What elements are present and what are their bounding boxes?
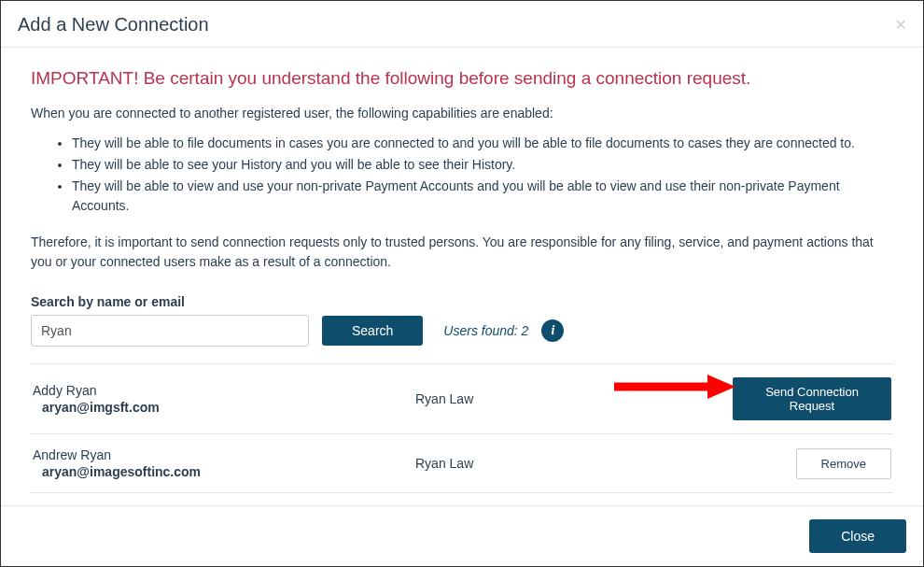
result-email: aryan@imagesoftinc.com	[42, 464, 415, 479]
result-row: Andrew Ryan aryan@imagesoftinc.com Ryan …	[31, 434, 893, 493]
result-user-col: Addy Ryan aryan@imgsft.com	[33, 383, 415, 415]
modal-title: Add a New Connection	[18, 14, 209, 35]
result-org: Ryan Law	[415, 456, 733, 471]
search-label: Search by name or email	[31, 294, 893, 309]
capabilities-list: They will be able to file documents in c…	[31, 134, 893, 216]
result-email: aryan@imgsft.com	[42, 400, 415, 415]
search-section: Search by name or email Search Users fou…	[31, 294, 893, 493]
result-org: Ryan Law	[415, 391, 733, 406]
add-connection-modal: Add a New Connection × IMPORTANT! Be cer…	[0, 0, 924, 567]
results-list: Addy Ryan aryan@imgsft.com Ryan Law Send…	[31, 363, 893, 493]
users-found-text: Users found: 2	[443, 323, 528, 338]
search-row: Search Users found: 2 i	[31, 315, 893, 347]
result-name: Andrew Ryan	[33, 447, 415, 462]
result-user-col: Andrew Ryan aryan@imagesoftinc.com	[33, 447, 415, 479]
result-name: Addy Ryan	[33, 383, 415, 398]
result-action-col: Send Connection Request	[733, 377, 891, 420]
result-action-col: Remove	[733, 448, 891, 479]
search-input[interactable]	[31, 315, 309, 347]
close-button[interactable]: Close	[809, 519, 906, 553]
result-row: Addy Ryan aryan@imgsft.com Ryan Law Send…	[31, 364, 893, 434]
modal-footer: Close	[1, 505, 923, 566]
remove-button[interactable]: Remove	[796, 448, 891, 479]
modal-body: IMPORTANT! Be certain you understand the…	[1, 48, 923, 505]
info-icon[interactable]: i	[541, 319, 564, 342]
search-button[interactable]: Search	[322, 316, 423, 346]
capability-item: They will be able to view and use your n…	[72, 177, 893, 216]
capability-item: They will be able to see your History an…	[72, 155, 893, 175]
send-connection-request-button[interactable]: Send Connection Request	[733, 377, 891, 420]
capability-item: They will be able to file documents in c…	[72, 134, 893, 153]
close-icon[interactable]: ×	[895, 14, 906, 35]
warning-conclusion: Therefore, it is important to send conne…	[31, 233, 893, 272]
modal-header: Add a New Connection ×	[1, 1, 923, 48]
important-heading: IMPORTANT! Be certain you understand the…	[31, 68, 893, 89]
warning-intro: When you are connected to another regist…	[31, 106, 893, 120]
